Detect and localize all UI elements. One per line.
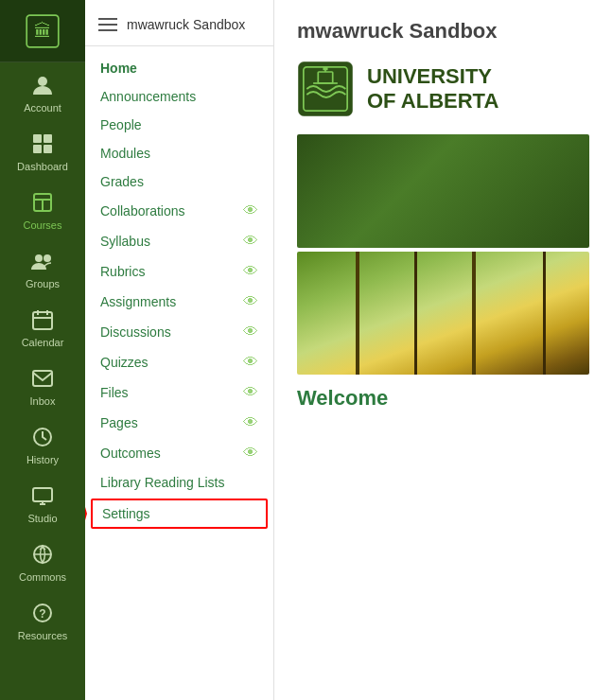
sidebar-item-calendar[interactable]: Calendar	[0, 297, 85, 356]
inbox-icon	[29, 365, 56, 392]
svg-rect-4	[44, 134, 52, 143]
dashboard-icon	[29, 131, 56, 157]
calendar-icon	[29, 306, 56, 333]
nav-link-grades[interactable]: Grades	[85, 167, 273, 196]
nav-link-quizzes[interactable]: Quizzes 👁	[85, 347, 273, 377]
commons-icon	[29, 541, 56, 568]
svg-marker-27	[85, 507, 87, 520]
sidebar-item-studio[interactable]: Studio	[0, 473, 85, 532]
campus-image-2	[297, 252, 589, 375]
svg-point-2	[38, 77, 47, 86]
settings-arrow	[85, 503, 87, 524]
eye-icon: 👁	[243, 445, 258, 462]
nav-link-library[interactable]: Library Reading Lists	[85, 468, 273, 497]
sidebar-item-label: Resources	[18, 630, 68, 641]
page-title: mwawruck Sandbox	[297, 19, 589, 44]
eye-icon: 👁	[243, 324, 258, 341]
sidebar-item-label: History	[26, 454, 59, 465]
sidebar-item-label: Calendar	[22, 337, 64, 348]
nav-link-rubrics[interactable]: Rubrics 👁	[85, 256, 273, 287]
course-nav: mwawruck Sandbox Home Announcements Peop…	[85, 0, 274, 700]
svg-rect-18	[33, 488, 52, 501]
courses-icon	[29, 189, 56, 216]
main-area: mwawruck Sandbox Home Announcements Peop…	[85, 0, 612, 700]
nav-link-announcements[interactable]: Announcements	[85, 82, 273, 111]
svg-point-10	[35, 254, 43, 262]
history-icon	[29, 424, 56, 450]
sidebar-item-history[interactable]: History	[0, 414, 85, 473]
sidebar-item-label: Courses	[24, 219, 62, 231]
nav-link-assignments[interactable]: Assignments 👁	[85, 287, 273, 317]
nav-link-modules[interactable]: Modules	[85, 139, 273, 167]
svg-text:?: ?	[39, 607, 45, 621]
sidebar-item-account[interactable]: Account	[0, 62, 85, 121]
svg-rect-32	[323, 67, 327, 70]
nav-link-pages[interactable]: Pages 👁	[85, 408, 273, 438]
content-area: mwawruck Sandbox UNIVERSITY OF ALBERTA	[274, 0, 612, 700]
nav-link-outcomes[interactable]: Outcomes 👁	[85, 438, 273, 468]
canvas-logo[interactable]: 🏛	[0, 0, 85, 62]
nav-link-files[interactable]: Files 👁	[85, 377, 273, 408]
eye-icon: 👁	[243, 233, 258, 250]
svg-rect-16	[33, 371, 52, 386]
global-nav: 🏛 Account Dashboard	[0, 0, 85, 700]
hamburger-menu[interactable]	[98, 18, 117, 31]
studio-icon	[29, 482, 56, 509]
nav-link-collaborations[interactable]: Collaborations 👁	[85, 196, 273, 226]
eye-icon: 👁	[243, 263, 258, 280]
university-logo-block: UNIVERSITY OF ALBERTA	[297, 61, 589, 117]
nav-link-home[interactable]: Home	[85, 54, 273, 82]
welcome-heading: Welcome	[297, 386, 589, 411]
sidebar-item-label: Commons	[19, 571, 66, 583]
nav-link-syllabus[interactable]: Syllabus 👁	[85, 226, 273, 256]
groups-icon	[29, 248, 56, 274]
resources-icon: ?	[29, 600, 56, 626]
course-nav-title: mwawruck Sandbox	[127, 17, 245, 32]
eye-icon: 👁	[243, 414, 258, 431]
sidebar-item-label: Studio	[27, 513, 57, 524]
svg-text:🏛: 🏛	[34, 20, 51, 40]
sidebar-item-label: Inbox	[30, 395, 56, 407]
svg-rect-3	[33, 134, 42, 143]
sidebar-item-dashboard[interactable]: Dashboard	[0, 121, 85, 180]
svg-point-11	[44, 254, 51, 262]
sidebar-item-commons[interactable]: Commons	[0, 532, 85, 590]
eye-icon: 👁	[243, 293, 258, 310]
sidebar-item-inbox[interactable]: Inbox	[0, 356, 85, 414]
sidebar-item-label: Groups	[26, 278, 60, 289]
sidebar-item-label: Dashboard	[17, 161, 68, 172]
nav-link-settings[interactable]: Settings	[91, 499, 268, 529]
sidebar-item-courses[interactable]: Courses	[0, 180, 85, 238]
course-nav-header: mwawruck Sandbox	[85, 0, 273, 46]
svg-rect-5	[33, 145, 42, 153]
eye-icon: 👁	[243, 354, 258, 371]
campus-image-1	[297, 134, 589, 248]
course-nav-links: Home Announcements People Modules Grades…	[85, 46, 273, 538]
nav-link-discussions[interactable]: Discussions 👁	[85, 317, 273, 347]
eye-icon: 👁	[243, 202, 258, 219]
sidebar-item-groups[interactable]: Groups	[0, 238, 85, 297]
nav-link-people[interactable]: People	[85, 111, 273, 139]
uoa-shield-icon	[297, 61, 354, 117]
sidebar-item-label: Account	[24, 102, 61, 114]
svg-rect-12	[33, 312, 52, 329]
university-name: UNIVERSITY OF ALBERTA	[367, 64, 498, 114]
eye-icon: 👁	[243, 384, 258, 401]
sidebar-item-resources[interactable]: ? Resources	[0, 590, 85, 649]
svg-rect-6	[44, 145, 52, 153]
account-icon	[29, 72, 56, 98]
